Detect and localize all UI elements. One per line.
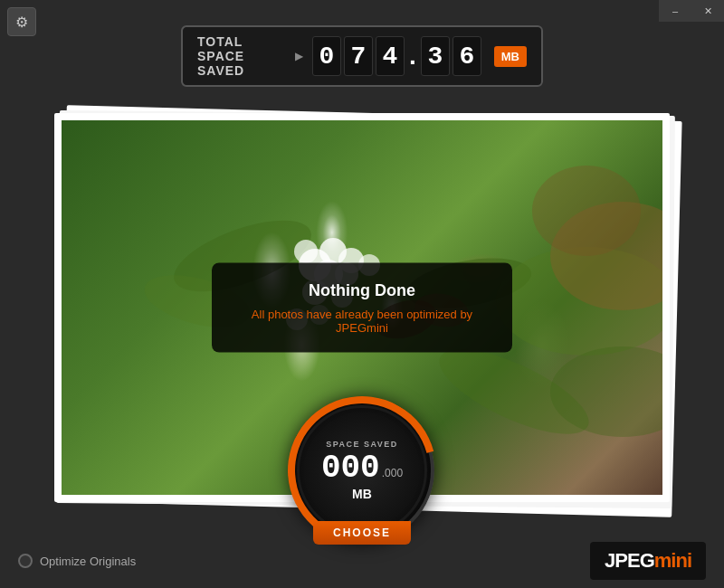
gauge-label: SPACE SAVED bbox=[326, 440, 398, 449]
optimize-originals-option[interactable]: Optimize Originals bbox=[18, 554, 136, 568]
gauge-container: SPACE SAVED 000 .000 MB CHOOSE bbox=[290, 398, 434, 543]
counter-unit: MB bbox=[494, 46, 527, 67]
gauge-value: 000 .000 bbox=[321, 452, 403, 485]
digit-2: 4 bbox=[376, 36, 405, 76]
counter-bar: TOTAL SPACE SAVED ▶ 0 7 4 . 3 6 MB bbox=[181, 25, 543, 87]
digit-4: 6 bbox=[452, 36, 481, 76]
brand-mini-text: mini bbox=[654, 549, 691, 572]
brand-logo: JPEGmini bbox=[590, 542, 706, 580]
gauge-unit: MB bbox=[352, 487, 372, 501]
choose-button[interactable]: CHOOSE bbox=[313, 521, 411, 545]
counter-digits: 0 7 4 . 3 6 bbox=[312, 36, 481, 76]
overlay-message: Nothing Done All photos have already bee… bbox=[212, 263, 512, 353]
digit-0: 0 bbox=[312, 36, 341, 76]
svg-point-20 bbox=[532, 166, 641, 256]
overlay-title: Nothing Done bbox=[239, 281, 485, 300]
minimize-button[interactable]: – bbox=[659, 0, 691, 22]
close-button[interactable]: ✕ bbox=[691, 0, 724, 22]
gear-icon: ⚙ bbox=[15, 14, 28, 31]
optimize-label: Optimize Originals bbox=[40, 555, 136, 568]
decimal-point: . bbox=[409, 42, 416, 71]
counter-arrow-icon: ▶ bbox=[295, 50, 303, 62]
brand-text: JPEG bbox=[605, 549, 654, 572]
gauge-digits: 000 bbox=[321, 452, 380, 485]
digit-3: 3 bbox=[421, 36, 450, 76]
overlay-subtitle: All photos have already been optimized b… bbox=[239, 308, 485, 335]
counter-label: TOTAL SPACE SAVED bbox=[197, 34, 286, 78]
settings-button[interactable]: ⚙ bbox=[7, 7, 36, 36]
digit-1: 7 bbox=[344, 36, 373, 76]
gauge-decimal: .000 bbox=[382, 467, 403, 479]
titlebar: – ✕ bbox=[659, 0, 724, 22]
svg-point-7 bbox=[294, 240, 318, 263]
optimize-radio[interactable] bbox=[18, 554, 33, 568]
